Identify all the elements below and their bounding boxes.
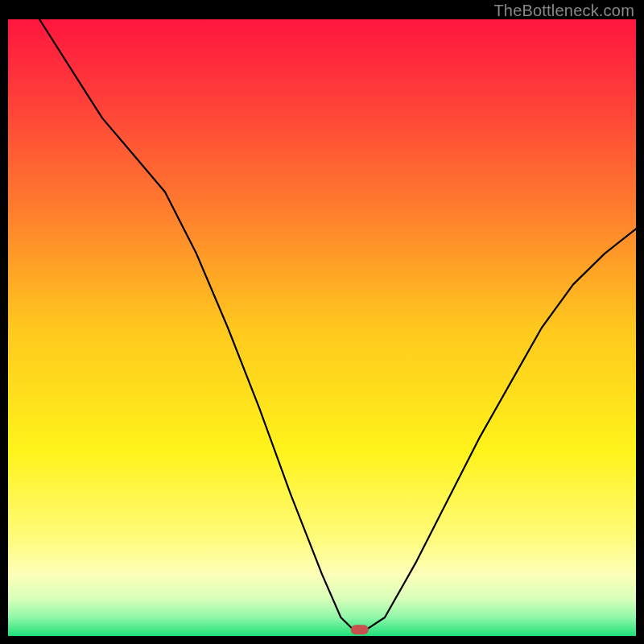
- optimal-marker: [351, 625, 369, 634]
- bottleneck-chart: [8, 19, 636, 636]
- watermark-text: TheBottleneck.com: [493, 2, 634, 20]
- chart-frame: [8, 19, 636, 636]
